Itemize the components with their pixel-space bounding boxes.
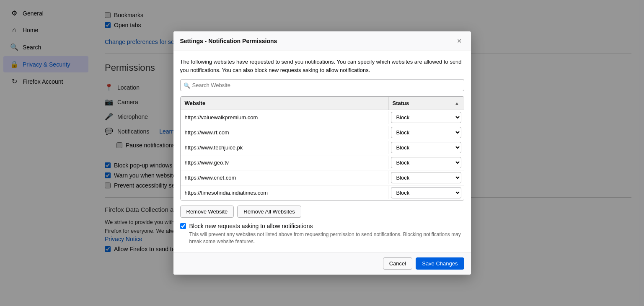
table-row: https://valuewalkpremium.comAllowBlock	[181, 110, 464, 125]
cell-website-2: https://www.techjuice.pk	[181, 141, 388, 154]
col-header-website: Website	[181, 97, 388, 110]
status-select-4[interactable]: AllowBlock	[391, 172, 461, 183]
modal-title: Settings - Notification Permissions	[180, 38, 277, 44]
modal-close-button[interactable]: ×	[455, 36, 464, 46]
cell-status-2: AllowBlock	[388, 140, 464, 155]
status-select-0[interactable]: AllowBlock	[391, 112, 461, 123]
cancel-button[interactable]: Cancel	[383, 257, 412, 270]
table-row: https://www.cnet.comAllowBlock	[181, 170, 464, 185]
cell-website-5: https://timesofindia.indiatimes.com	[181, 186, 388, 199]
table-button-row: Remove Website Remove All Websites	[180, 206, 464, 218]
col-header-status: Status ▲	[388, 97, 464, 110]
table-row: https://timesofindia.indiatimes.comAllow…	[181, 185, 464, 200]
block-new-checkbox-row: Block new requests asking to allow notif…	[180, 223, 464, 229]
cell-status-3: AllowBlock	[388, 155, 464, 170]
modal-body: The following websites have requested to…	[173, 51, 471, 252]
sort-arrow-icon: ▲	[455, 100, 460, 106]
cell-status-5: AllowBlock	[388, 185, 464, 200]
notification-permissions-modal: Settings - Notification Permissions × Th…	[173, 31, 471, 275]
search-website-input[interactable]	[180, 79, 464, 91]
table-row: https://www.rt.comAllowBlock	[181, 125, 464, 140]
cell-website-3: https://www.geo.tv	[181, 156, 388, 169]
status-select-5[interactable]: AllowBlock	[391, 187, 461, 198]
table-row: https://www.techjuice.pkAllowBlock	[181, 140, 464, 155]
remove-all-websites-button[interactable]: Remove All Websites	[237, 206, 301, 218]
modal-overlay: Settings - Notification Permissions × Th…	[0, 0, 644, 306]
block-new-checkbox[interactable]	[180, 223, 186, 229]
modal-header: Settings - Notification Permissions ×	[173, 31, 471, 51]
website-table: Website Status ▲ https://valuewalkpremiu…	[180, 96, 464, 201]
table-header: Website Status ▲	[181, 97, 464, 110]
search-wrap: 🔍	[180, 79, 464, 91]
status-select-2[interactable]: AllowBlock	[391, 142, 461, 153]
remove-website-button[interactable]: Remove Website	[180, 206, 234, 218]
cell-website-4: https://www.cnet.com	[181, 171, 388, 184]
status-select-1[interactable]: AllowBlock	[391, 127, 461, 138]
block-new-label: Block new requests asking to allow notif…	[189, 223, 313, 229]
cell-status-0: AllowBlock	[388, 110, 464, 125]
modal-footer: Cancel Save Changes	[173, 252, 471, 275]
cell-status-1: AllowBlock	[388, 125, 464, 140]
modal-description: The following websites have requested to…	[180, 58, 464, 74]
table-row: https://www.geo.tvAllowBlock	[181, 155, 464, 170]
cell-website-0: https://valuewalkpremium.com	[181, 111, 388, 124]
status-select-3[interactable]: AllowBlock	[391, 157, 461, 168]
table-body: https://valuewalkpremium.comAllowBlockht…	[181, 110, 464, 200]
cell-status-4: AllowBlock	[388, 170, 464, 185]
block-new-section: Block new requests asking to allow notif…	[180, 223, 464, 245]
block-new-note: This will prevent any websites not liste…	[189, 231, 464, 245]
search-icon-modal: 🔍	[184, 82, 190, 88]
cell-website-1: https://www.rt.com	[181, 126, 388, 139]
save-changes-button[interactable]: Save Changes	[416, 257, 464, 270]
